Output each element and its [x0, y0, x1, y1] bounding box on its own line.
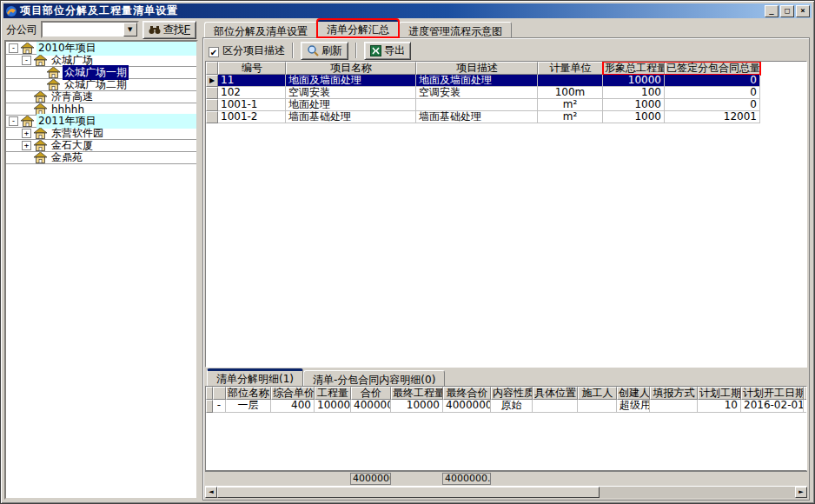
excel-export-icon — [370, 45, 381, 56]
tab-list-decompose-detail[interactable]: 清单分解明细(1) — [207, 368, 303, 386]
col-header[interactable]: 形象总工程量 — [603, 62, 665, 75]
binoculars-icon — [149, 25, 161, 35]
dropdown-arrow-icon[interactable]: ▼ — [123, 23, 137, 36]
project-tree: - 2010年项目 - 众城广场 众城广场一期 众城广场二期 — [4, 40, 198, 500]
table-row[interactable]: 1001-2 墙面基础处理 墙面基础处理 m² 1000 12001 — [206, 111, 806, 123]
col-header[interactable]: 最终工程量 — [391, 387, 443, 400]
tab-part-decompose-settings[interactable]: 部位分解及清单设置 — [204, 22, 317, 37]
house-icon — [34, 140, 47, 151]
expand-toggle-icon[interactable]: + — [22, 129, 31, 138]
tab-content: ✔区分项目描述 刷新 — [202, 37, 810, 501]
scroll-right-icon[interactable]: ► — [795, 487, 807, 498]
house-icon — [21, 43, 34, 54]
title-bar: 项目部位分解及工程量清单设置 _ □ × — [3, 3, 812, 18]
refresh-button[interactable]: 刷新 — [301, 42, 348, 60]
toolbar-separator — [292, 43, 294, 58]
branch-select-value — [43, 23, 123, 36]
table-row[interactable]: 102 空调安装 空调安装 100m 100 0 — [206, 87, 806, 99]
house-icon — [21, 116, 34, 127]
col-header[interactable]: 具体位置 — [533, 387, 578, 400]
col-header[interactable]: 项目描述 — [416, 62, 538, 75]
col-header[interactable]: 创建人 — [617, 387, 650, 400]
tab-list-decompose-summary[interactable]: 清单分解汇总 — [317, 19, 399, 37]
tree-item-2010[interactable]: - 2010年项目 — [6, 43, 196, 55]
tree-item-jinding[interactable]: 金鼎苑 — [6, 152, 196, 164]
detail-tabstrip: 清单分解明细(1) 清单-分包合同内容明细(0) — [205, 368, 807, 386]
scroll-left-icon[interactable]: ◄ — [205, 487, 217, 498]
table-row[interactable]: 1001-1 地面处理 m² 1000 0 — [206, 99, 806, 111]
branch-toolbar: 分公司 ▼ 查找F — [4, 19, 198, 40]
expand-toggle-icon[interactable]: - — [22, 56, 31, 65]
main-tabstrip: 部位分解及清单设置 清单分解汇总 进度管理流程示意图 — [202, 18, 810, 37]
toolbar-separator — [355, 43, 357, 58]
app-icon — [5, 5, 17, 17]
magnifier-icon — [307, 44, 319, 56]
main-panel: 部位分解及清单设置 清单分解汇总 进度管理流程示意图 ✔区分项目描述 刷 — [202, 18, 812, 501]
summary-grid-area: 编号 项目名称 项目描述 计量单位 形象总工程量 已签定分包合同总量 ▶ 11 … — [205, 61, 807, 368]
horizontal-scrollbar[interactable]: ◄ ► — [205, 486, 807, 498]
col-header[interactable]: 填报方式 — [650, 387, 698, 400]
tree-item-label: 金鼎苑 — [50, 150, 84, 165]
final-price-total: 4000000.00 — [442, 473, 491, 485]
tab-subcontract-content-detail[interactable]: 清单-分包合同内容明细(0) — [303, 370, 445, 386]
checkbox-label: 区分项目描述 — [222, 44, 285, 56]
detail-panel: 清单分解明细(1) 清单-分包合同内容明细(0) 部位名称 综合单价 工程量 合… — [205, 368, 807, 498]
tab-progress-flow-diagram[interactable]: 进度管理流程示意图 — [399, 22, 512, 37]
col-header[interactable]: 综合单价 — [271, 387, 315, 400]
col-header[interactable]: 计划工期 — [698, 387, 741, 400]
house-icon — [34, 55, 47, 66]
export-button[interactable]: 导出 — [364, 42, 411, 60]
checkbox-check-icon[interactable]: ✔ — [209, 47, 219, 57]
tree-item-label: 济青高速 — [50, 90, 95, 104]
scrollbar-thumb[interactable] — [217, 487, 600, 498]
project-tree-panel: 分公司 ▼ 查找F - — [3, 18, 198, 501]
col-header[interactable]: 编号 — [218, 62, 286, 75]
scrollbar-track[interactable] — [600, 487, 795, 498]
maximize-button[interactable]: □ — [780, 5, 794, 17]
house-icon — [47, 67, 60, 78]
totals-bar: 4000000. 4000000.00 — [205, 471, 807, 486]
col-header[interactable]: 最终合价 — [443, 387, 491, 400]
tree-item-jiqing[interactable]: 济青高速 — [6, 91, 196, 103]
house-icon — [34, 128, 47, 139]
row-indicator-icon: ▶ — [206, 75, 218, 87]
table-row[interactable]: - 一层 400 10000 4000000 10000 4000000 原始 … — [206, 400, 806, 413]
close-button[interactable]: × — [796, 5, 810, 17]
branch-label: 分公司 — [6, 23, 37, 37]
minimize-button[interactable]: _ — [765, 5, 779, 17]
expand-toggle-icon[interactable]: - — [9, 116, 18, 126]
col-header[interactable]: 部位名称 — [226, 387, 271, 400]
price-total: 4000000. — [350, 473, 391, 485]
col-header[interactable]: 合价 — [351, 387, 391, 400]
summary-grid-header: 编号 项目名称 项目描述 计量单位 形象总工程量 已签定分包合同总量 — [206, 62, 806, 75]
distinguish-description-checkbox[interactable]: ✔区分项目描述 — [209, 43, 285, 58]
branch-select[interactable]: ▼ — [41, 21, 139, 38]
house-icon — [34, 152, 47, 163]
window-title: 项目部位分解及工程量清单设置 — [20, 3, 765, 18]
col-header[interactable]: 项目名称 — [286, 62, 416, 75]
search-button[interactable]: 查找F — [142, 21, 196, 39]
col-header[interactable]: 施工人 — [578, 387, 617, 400]
detail-grid-area: 部位名称 综合单价 工程量 合价 最终工程量 最终合价 内容性质 具体位置 施工… — [205, 386, 807, 471]
detail-grid-header: 部位名称 综合单价 工程量 合价 最终工程量 最终合价 内容性质 具体位置 施工… — [206, 387, 806, 400]
col-header[interactable]: 计量单位 — [538, 62, 603, 75]
tree-item-zhongcheng-phase2[interactable]: 众城广场二期 — [6, 79, 196, 91]
row-collapse-toggle[interactable]: - — [213, 400, 226, 413]
col-header[interactable]: 工程量 — [315, 387, 351, 400]
red-annotation-box: 形象总工程量 已签定分包合同总量 — [603, 62, 760, 75]
col-header[interactable]: 内容性质 — [491, 387, 533, 400]
table-row[interactable]: ▶ 11 地面及墙面处理 地面及墙面处理 10000 0 — [206, 75, 806, 87]
col-header[interactable]: 计划开工日期 — [741, 387, 804, 400]
app-window: 项目部位分解及工程量清单设置 _ □ × 分公司 ▼ — [0, 0, 815, 504]
col-header[interactable]: 已签定分包合同总量 — [665, 62, 760, 75]
expand-toggle-icon[interactable]: + — [22, 141, 31, 150]
house-icon — [34, 91, 47, 103]
tree-item-jinshi[interactable]: + 金石大厦 — [6, 140, 196, 152]
col-header[interactable]: 备 — [804, 387, 807, 400]
expand-toggle-icon[interactable]: - — [9, 43, 18, 53]
tree-item-dongying[interactable]: + 东营软件园 — [6, 128, 196, 140]
summary-toolbar: ✔区分项目描述 刷新 — [205, 40, 807, 61]
